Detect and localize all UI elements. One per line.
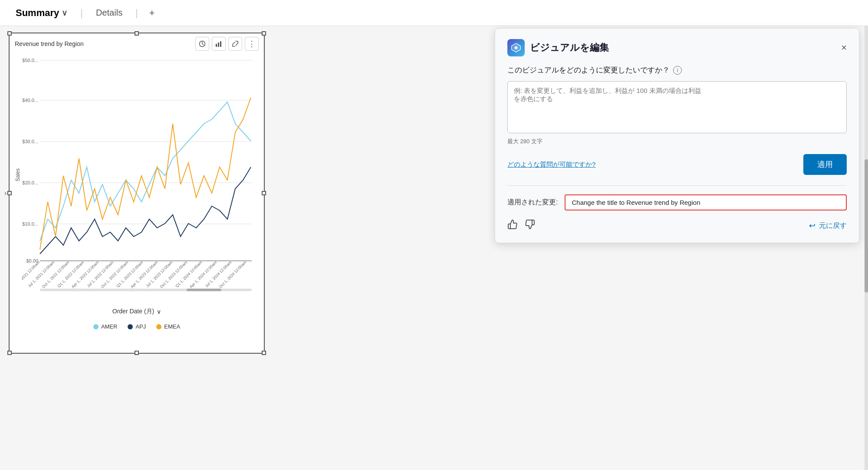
edit-textarea[interactable] [507,81,847,133]
tab-bar: Summary ∨ | Details | + [0,0,868,26]
resize-handle-bc[interactable] [135,351,139,355]
edit-actions: どのような質問が可能ですか? 適用 [507,154,847,175]
svg-text:Apr 1, 2024 12:00am: Apr 1, 2024 12:00am [189,260,218,289]
legend-emea: EMEA [156,323,180,330]
resize-handle-tr[interactable] [262,31,266,36]
scrollbar-thumb [865,159,868,293]
svg-text:$40.0...: $40.0... [22,98,38,103]
legend-amer-label: AMER [101,323,118,330]
chart-toolbar: ⋮ [195,37,259,51]
legend-emea-label: EMEA [164,323,180,330]
legend-emea-dot [156,324,161,329]
svg-text:Oct 1, 2024 12:00am: Oct 1, 2024 12:00am [218,260,247,289]
tab-add-icon: + [149,7,155,18]
feedback-row: ↩ 元に戻す [507,219,847,232]
svg-rect-1 [216,44,217,47]
tab-add-button[interactable]: + [144,4,160,22]
quicksight-icon [507,39,525,56]
edit-panel: ビジュアルを編集 × このビジュアルをどのように変更したいですか？ i 最大 2… [495,28,859,243]
resize-handle-tl[interactable] [7,31,12,36]
applied-value-box: Change the title to Revenue trend by Reg… [565,194,847,210]
svg-text:Oct 1, 2021 12:00am: Oct 1, 2021 12:00am [41,260,70,289]
legend-apj-dot [128,324,133,329]
svg-point-36 [515,46,517,49]
svg-text:$30.0...: $30.0... [22,139,38,144]
svg-text:$10.0...: $10.0... [22,221,38,227]
resize-handle-tc[interactable] [135,31,139,36]
apply-button[interactable]: 適用 [803,154,847,175]
applied-changes-section: 適用された変更: Change the title to Revenue tre… [507,194,847,210]
undo-button[interactable]: ↩ 元に戻す [809,221,847,230]
svg-rect-3 [220,41,221,47]
chart-header: Revenue trend by Region [10,33,264,54]
chart-toolbar-chart-btn[interactable] [212,37,226,51]
svg-text:Q1 1, 2022 12:00am: Q1 1, 2022 12:00am [56,260,85,288]
like-button[interactable] [507,219,518,232]
x-axis-label-text: Order Date (月) [112,308,154,316]
legend-amer: AMER [93,323,118,330]
tab-separator-2: | [135,7,138,19]
left-panel-control[interactable]: › [4,189,7,197]
svg-text:$20.0...: $20.0... [22,180,38,185]
edit-question-text: このビジュアルをどのように変更したいですか？ [507,65,670,75]
chart-svg: $50.0... $40.0... $30.0... $20.0... $10.… [22,54,256,293]
tab-details-label: Details [96,8,122,17]
svg-text:Q1 1, 2023 12:00am: Q1 1, 2023 12:00am [115,260,144,288]
resize-handle-bl[interactable] [7,351,12,355]
applied-label: 適用された変更: [507,194,558,207]
order-date-label: Order Date (月) ∨ [10,308,264,316]
svg-text:Oct 1, 2023 12:00am: Oct 1, 2023 12:00am [159,260,188,289]
svg-text:Oct 1, 2022 12:00am: Oct 1, 2022 12:00am [100,260,129,289]
dislike-button[interactable] [525,219,535,232]
svg-text:Apr 1, 2022 12:00am: Apr 1, 2022 12:00am [71,260,100,289]
main-area: Revenue trend by Region [0,26,868,470]
chart-title: Revenue trend by Region [15,40,84,47]
legend-amer-dot [93,324,99,329]
undo-icon: ↩ [809,221,815,230]
undo-label: 元に戻す [819,221,847,230]
left-arrow-icon: › [4,189,7,197]
edit-panel-title-text: ビジュアルを編集 [530,41,609,54]
svg-text:Jul 1, 2023 12:00am: Jul 1, 2023 12:00am [145,260,174,288]
resize-handle-br[interactable] [262,351,266,355]
svg-text:Q1 1, 2024 12:00am: Q1 1, 2024 12:00am [174,260,203,288]
tab-summary-label: Summary [16,7,59,19]
char-limit: 最大 280 文字 [507,138,847,145]
right-scrollbar[interactable] [865,26,868,470]
svg-text:Jul 1, 2022 12:00am: Jul 1, 2022 12:00am [86,260,115,288]
feedback-icons [507,219,535,232]
tab-summary-chevron: ∨ [62,8,67,18]
svg-rect-33 [187,289,221,291]
edit-panel-title: ビジュアルを編集 [507,39,609,56]
legend-apj-label: APJ [135,323,146,330]
y-axis-label: Sales [15,168,21,181]
info-icon[interactable]: i [673,66,682,75]
svg-text:Jul 1, 2021 12:00am: Jul 1, 2021 12:00am [27,260,56,288]
tab-separator: | [80,7,83,19]
edit-panel-header: ビジュアルを編集 × [507,39,847,56]
chart-toolbar-clock-btn[interactable] [195,37,209,51]
more-icon: ⋮ [248,40,256,48]
tab-summary[interactable]: Summary ∨ [9,4,74,22]
svg-text:Jul 1, 2024 12:00am: Jul 1, 2024 12:00am [204,260,233,288]
help-link[interactable]: どのような質問が可能ですか? [507,161,595,169]
svg-rect-2 [218,43,219,47]
chart-panel: Revenue trend by Region [9,33,265,354]
close-button[interactable]: × [841,43,847,53]
svg-text:Apr 1, 2023 12:00am: Apr 1, 2023 12:00am [130,260,159,289]
edit-question: このビジュアルをどのように変更したいですか？ i [507,65,847,75]
x-axis-chevron[interactable]: ∨ [157,308,161,315]
chart-toolbar-more-btn[interactable]: ⋮ [245,37,259,51]
svg-text:$50.0...: $50.0... [22,58,38,63]
tab-details[interactable]: Details [89,4,129,21]
legend-apj: APJ [128,323,146,330]
chart-legend: AMER APJ EMEA [10,320,264,333]
divider [507,185,847,186]
chart-toolbar-expand-btn[interactable] [228,37,242,51]
